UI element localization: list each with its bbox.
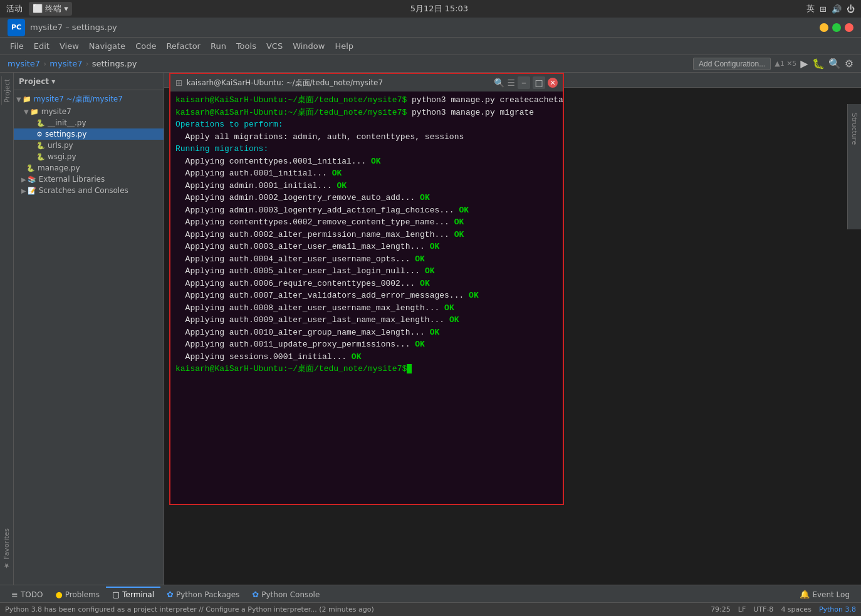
status-bar: Python 3.8 has been configured as a proj…	[0, 602, 861, 616]
terminal-minimize-button[interactable]: –	[518, 76, 530, 89]
breadcrumb-file[interactable]: settings.py	[92, 59, 137, 68]
menu-edit[interactable]: Edit	[29, 39, 55, 53]
terminal-close-button[interactable]: ✕	[548, 78, 558, 88]
right-panel: Structure	[847, 104, 861, 229]
tab-event-log[interactable]: 🔔 Event Log	[793, 587, 856, 601]
title-bar: PC mysite7 – settings.py	[0, 18, 861, 38]
encoding[interactable]: UTF-8	[753, 605, 773, 613]
datetime-label: 5月12日 15:03	[410, 3, 468, 14]
system-bar-center: 5月12日 15:03	[410, 3, 468, 14]
todo-icon: ≡	[11, 590, 18, 599]
network-icon[interactable]: ⊞	[820, 4, 827, 14]
menu-vcs[interactable]: VCS	[261, 39, 288, 53]
tab-python-packages-label: Python Packages	[176, 590, 239, 599]
project-panel-header: Project ▾	[14, 73, 164, 90]
python-console-icon: ✿	[252, 590, 259, 599]
status-right: 79:25 LF UTF-8 4 spaces Python 3.8	[711, 605, 856, 613]
tab-event-log-label: Event Log	[812, 590, 850, 599]
menu-code[interactable]: Code	[130, 39, 161, 53]
tree-item-init[interactable]: 🐍 __init__.py	[14, 117, 164, 128]
run-button[interactable]: ▶	[800, 58, 808, 70]
activity-label[interactable]: 活动	[6, 3, 23, 14]
settings-button[interactable]: ⚙	[845, 58, 853, 70]
problems-icon: ●	[55, 590, 62, 599]
toolbar-right: Add Configuration... ▲1 ✕5 ▶ 🐛 🔍 ⚙	[693, 58, 853, 70]
close-button[interactable]	[845, 23, 853, 32]
search-everywhere-button[interactable]: 🔍	[828, 58, 841, 70]
system-bar-right: 英 ⊞ 🔊 ⏻	[806, 3, 855, 14]
favorites-panel-toggle[interactable]: ★ Favorites	[1, 526, 12, 572]
app-logo: PC	[8, 19, 25, 36]
tree-item-scratches[interactable]: ▶ 📝 Scratches and Consoles	[14, 185, 164, 196]
lang-icon[interactable]: 英	[806, 3, 815, 14]
menu-run[interactable]: Run	[206, 39, 231, 53]
menu-refactor[interactable]: Refactor	[161, 39, 206, 53]
tab-problems-label: Problems	[65, 590, 100, 599]
tree-item-settings[interactable]: ⚙ settings.py	[14, 128, 164, 140]
tab-todo[interactable]: ≡ TODO	[5, 587, 49, 601]
tree-item-external-libs[interactable]: ▶ 📚 External Libraries	[14, 174, 164, 185]
tree-root-label: mysite7 ~/桌面/mysite7	[34, 94, 123, 105]
breadcrumb: mysite7 › mysite7 › settings.py	[8, 59, 137, 68]
menu-help[interactable]: Help	[330, 39, 358, 53]
terminal-maximize-button[interactable]: □	[533, 76, 545, 89]
terminal-label[interactable]: ⬜ 终端 ▾	[29, 2, 72, 16]
tree-item-root[interactable]: ▼ 📁 mysite7 ~/桌面/mysite7	[14, 93, 164, 106]
volume-icon[interactable]: 🔊	[832, 4, 842, 14]
pycharm-window: PC mysite7 – settings.py File Edit View …	[0, 18, 861, 616]
tab-python-packages[interactable]: ✿ Python Packages	[160, 587, 246, 601]
tree-item-manage[interactable]: 🐍 manage.py	[14, 162, 164, 174]
power-icon[interactable]: ⏻	[847, 4, 855, 14]
menu-tools[interactable]: Tools	[231, 39, 261, 53]
terminal-title-text: kaisarh@KaiSarH-Ubuntu: ~/桌面/tedu_note/m…	[187, 78, 383, 88]
tab-todo-label: TODO	[21, 590, 43, 599]
interpreter-info[interactable]: Python 3.8	[819, 605, 856, 613]
menu-navigate[interactable]: Navigate	[84, 39, 130, 53]
status-message: Python 3.8 has been configured as a proj…	[5, 605, 374, 613]
tree-manage-label: manage.py	[38, 164, 80, 172]
system-bar-left: 活动 ⬜ 终端 ▾	[6, 2, 72, 16]
menu-window[interactable]: Window	[288, 39, 330, 53]
python-packages-icon: ✿	[167, 590, 174, 599]
event-log-icon: 🔔	[800, 590, 810, 599]
minimize-button[interactable]	[820, 23, 828, 32]
line-ending[interactable]: LF	[738, 605, 746, 613]
cursor-position[interactable]: 79:25	[711, 605, 731, 613]
terminal-body[interactable]: kaisarh@KaiSarH-Ubuntu:~/桌面/tedu_note/my…	[170, 91, 563, 504]
bottom-tabs-bar: ≡ TODO ● Problems ▢ Terminal ✿ Python Pa…	[0, 585, 861, 602]
left-sidebar-icons: Project ★ Favorites	[0, 73, 14, 585]
tab-terminal[interactable]: ▢ Terminal	[106, 587, 160, 601]
git-indicator: ▲1 ✕5	[775, 60, 796, 68]
tab-terminal-label: Terminal	[122, 590, 154, 599]
add-config-button[interactable]: Add Configuration...	[693, 58, 771, 70]
content-area: 'default' › 'NAME' ⊞ kaisarh@KaiSarH-Ubu…	[164, 73, 861, 585]
tree-item-mysite7-folder[interactable]: ▼ 📁 mysite7	[14, 106, 164, 117]
maximize-button[interactable]	[832, 23, 841, 32]
project-panel-title: Project ▾	[19, 77, 55, 86]
menu-file[interactable]: File	[5, 39, 29, 53]
tree-urls-label: urls.py	[48, 141, 73, 150]
tab-python-console[interactable]: ✿ Python Console	[246, 587, 326, 601]
tab-problems[interactable]: ● Problems	[49, 587, 106, 601]
breadcrumb-folder[interactable]: mysite7	[50, 59, 82, 68]
terminal-window: ⊞ kaisarh@KaiSarH-Ubuntu: ~/桌面/tedu_note…	[169, 73, 564, 505]
tree-item-urls[interactable]: 🐍 urls.py	[14, 140, 164, 151]
tree-item-wsgi[interactable]: 🐍 wsgi.py	[14, 151, 164, 162]
terminal-menu-icon[interactable]: ☰	[507, 78, 515, 88]
tab-python-console-label: Python Console	[261, 590, 320, 599]
system-bar: 活动 ⬜ 终端 ▾ 5月12日 15:03 英 ⊞ 🔊 ⏻	[0, 0, 861, 18]
debug-button[interactable]: 🐛	[812, 58, 825, 70]
menu-view[interactable]: View	[55, 39, 84, 53]
tree-scratches-label: Scratches and Consoles	[39, 186, 128, 195]
tree-wsgi-label: wsgi.py	[48, 152, 76, 161]
indent-info[interactable]: 4 spaces	[781, 605, 811, 613]
menu-bar: File Edit View Navigate Code Refactor Ru…	[0, 38, 861, 55]
project-panel-toggle[interactable]: Project	[1, 76, 13, 105]
structure-toggle[interactable]: Structure	[849, 110, 860, 147]
main-area: Project ★ Favorites Project ▾ ▼ 📁 mysite…	[0, 73, 861, 585]
terminal-icon: ▢	[112, 590, 120, 599]
breadcrumb-project[interactable]: mysite7	[8, 59, 40, 68]
window-controls	[820, 23, 853, 32]
tree-extlib-label: External Libraries	[39, 175, 105, 184]
terminal-search-icon[interactable]: 🔍	[494, 78, 504, 88]
